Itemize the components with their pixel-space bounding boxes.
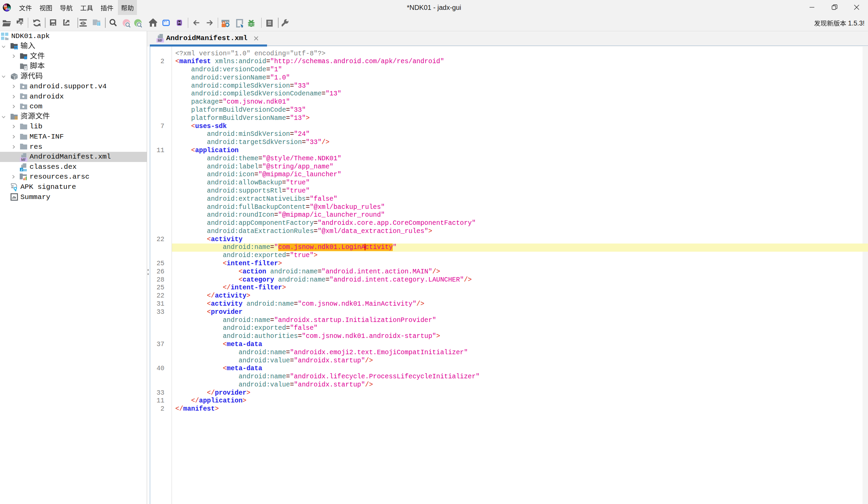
svg-text:MF: MF — [158, 39, 162, 42]
svg-text:MF: MF — [21, 158, 26, 162]
svg-text:J: J — [21, 168, 22, 171]
